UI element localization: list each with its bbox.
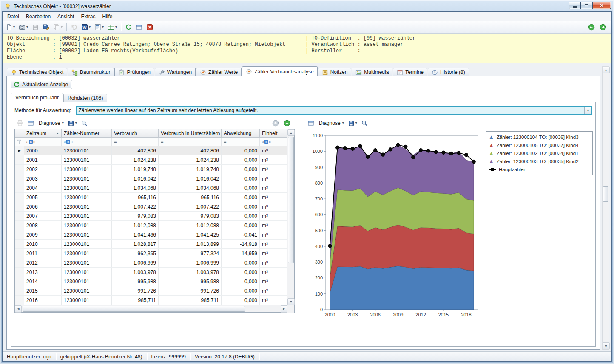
column-header-verbrauch[interactable]: Verbrauch xyxy=(112,129,159,137)
table-row[interactable]: 2015123000101991,726991,7260,000m³ xyxy=(15,286,287,296)
copy-button[interactable]: ▾ xyxy=(51,22,64,32)
grid-diagnose-button[interactable]: Diagnose▾ xyxy=(36,118,65,128)
menu-item-hilfe[interactable]: Hilfe xyxy=(99,12,116,21)
close-button[interactable]: × xyxy=(592,2,611,9)
tab-multimedia[interactable]: Multimedia xyxy=(352,68,392,76)
maximize-button[interactable] xyxy=(580,2,592,9)
grid-scroll-down-button[interactable] xyxy=(282,118,292,128)
cell-verbrauch: 1.012,088 xyxy=(112,221,159,230)
menu-item-datei[interactable]: Datei xyxy=(4,12,23,21)
undo-button[interactable] xyxy=(69,22,79,32)
minimize-button[interactable] xyxy=(569,2,580,9)
method-combobox[interactable]: Zählerwerte werden linear auf den Zeitra… xyxy=(76,106,592,115)
filter-cell-abweichung[interactable]: = xyxy=(222,138,260,146)
table-row[interactable]: 20061230001011.007,4221.007,4220,000m³ xyxy=(15,202,287,212)
grid-scroll-track[interactable] xyxy=(287,136,294,298)
print-button[interactable] xyxy=(15,118,25,128)
combo-dropdown-button[interactable]: ▼ xyxy=(584,107,591,114)
tab-zähler-werte[interactable]: Zähler Werte xyxy=(196,68,242,76)
new-document-button[interactable]: ▾ xyxy=(4,22,17,32)
table-row[interactable]: 20041230001011.034,0681.034,0680,000m³ xyxy=(15,183,287,193)
menu-item-bearbeiten[interactable]: Bearbeiten xyxy=(23,12,54,21)
nav-next-button[interactable] xyxy=(598,22,608,32)
grid-horizontal-scrollbar[interactable]: ◀ ▶ xyxy=(15,305,294,312)
page-scrollbar[interactable]: ▲ ▼ xyxy=(602,66,609,350)
filter-cell-zähler-nummer[interactable]: aBc xyxy=(62,138,112,146)
tab-notizen[interactable]: Notizen xyxy=(318,68,352,76)
scroll-up-arrow-icon[interactable]: ▲ xyxy=(287,129,295,136)
page-scroll-thumb[interactable] xyxy=(603,186,608,202)
title-bar[interactable]: Technisches Objekt - [00032] wasserzähle… xyxy=(2,1,612,11)
table-row[interactable]: 2011123000101962,365977,32414,959m³ xyxy=(15,249,287,258)
column-header-einheit[interactable]: Einheit xyxy=(260,129,287,137)
filter-cell-verbrauch[interactable]: = xyxy=(112,138,159,146)
tab-termine[interactable]: Termine xyxy=(393,68,427,76)
scroll-left-arrow-icon[interactable]: ◀ xyxy=(15,305,22,313)
grid-scroll-thumb[interactable] xyxy=(288,137,294,263)
table-row[interactable]: 20091230001011.041,4661.041,425-0,041m³ xyxy=(15,230,287,240)
cell-abweichung: 0,000 xyxy=(222,258,260,267)
snapshot-button[interactable]: ▾ xyxy=(17,22,30,32)
cell-verbrauch-in-unterzählern: 1.006,999 xyxy=(159,258,222,267)
column-header-verbrauch-in-unterzählern[interactable]: Verbrauch in Unterzählern xyxy=(159,129,222,137)
table-row[interactable]: ▶2000123000101402,806402,8060,000m³ xyxy=(15,146,287,155)
tab-wartungen[interactable]: Wartungen xyxy=(155,68,196,76)
subtab-verbrauch-pro-jahr[interactable]: Verbrauch pro Jahr xyxy=(11,93,63,102)
report-list-button[interactable]: ▾ xyxy=(93,22,105,32)
table-row[interactable]: 2014123000101995,988995,9880,000m³ xyxy=(15,277,287,286)
cell-verbrauch-in-unterzählern: 1.024,238 xyxy=(159,155,222,164)
save-button[interactable] xyxy=(30,22,40,32)
page-scroll-up-icon[interactable]: ▲ xyxy=(603,67,610,73)
menu-item-ansicht[interactable]: Ansicht xyxy=(54,12,77,21)
save-as-button[interactable] xyxy=(41,22,51,32)
page-scroll-track[interactable] xyxy=(603,73,609,342)
row-indicator xyxy=(15,212,24,220)
tab-zähler-verbrauchsanalyse[interactable]: Zähler Verbrauchsanalyse xyxy=(242,66,317,76)
cell-zeitraum: 2014 xyxy=(24,277,62,286)
scroll-down-arrow-icon[interactable]: ▼ xyxy=(287,298,295,305)
chart-detach-button[interactable] xyxy=(306,118,316,128)
grid-search-button[interactable] xyxy=(79,118,89,128)
table-row[interactable]: 20031230001011.016,0421.016,0420,000m³ xyxy=(15,174,287,183)
excel-export-button[interactable]: ▾ xyxy=(106,22,119,32)
grid-vertical-scrollbar[interactable]: ▲ ▼ xyxy=(287,129,294,305)
chart-search-button[interactable] xyxy=(359,118,370,128)
table-row[interactable]: 2007123000101979,083979,0830,000m³ xyxy=(15,212,287,221)
page-scroll-down-icon[interactable]: ▼ xyxy=(603,342,610,349)
detach-window-button[interactable] xyxy=(134,22,144,32)
filter-cell-zeitraum[interactable]: aBc xyxy=(24,138,62,146)
column-header-zähler-nummer[interactable]: Zähler-Nummer xyxy=(62,129,112,137)
tab-historie-8[interactable]: Historie (8) xyxy=(428,68,469,76)
table-row[interactable]: 20131230001011.003,9781.003,9780,000m³ xyxy=(15,268,287,277)
chart-diagnose-button[interactable]: Diagnose▾ xyxy=(316,118,346,128)
grid-scroll-up-button[interactable] xyxy=(270,118,281,128)
table-row[interactable]: 2005123000101965,116965,1160,000m³ xyxy=(15,193,287,202)
close-view-button[interactable] xyxy=(145,22,155,32)
table-row[interactable]: 20101230001011.028,8171.013,899-14,918m³ xyxy=(15,240,287,249)
nav-previous-button[interactable] xyxy=(586,22,597,32)
filter-cell-verbrauch-in-unterzählern[interactable]: = xyxy=(159,138,222,146)
table-row[interactable]: 20081230001011.012,0881.012,0880,000m³ xyxy=(15,221,287,230)
tab-prüfungen[interactable]: Prüfungen xyxy=(114,68,154,76)
table-row[interactable]: 20021230001011.019,7401.019,7400,000m³ xyxy=(15,165,287,174)
subtab-rohdaten-106[interactable]: Rohdaten (106) xyxy=(63,94,107,102)
tab-baumstruktur[interactable]: Baumstruktur xyxy=(68,68,114,76)
table-row[interactable]: 20121230001011.006,9991.006,9990,000m³ xyxy=(15,258,287,268)
refresh-display-button[interactable]: Aktualisiere Anzeige xyxy=(11,80,72,89)
grid-hscroll-track[interactable] xyxy=(22,305,281,312)
filter-cell-einheit[interactable]: aBc xyxy=(260,138,287,146)
tab-technisches-objekt[interactable]: Technisches Objekt xyxy=(7,68,67,76)
column-header-abweichung[interactable]: Abweichung xyxy=(222,129,260,137)
filter-funnel-icon[interactable] xyxy=(15,138,24,146)
table-row[interactable]: 2016123000101985,711985,7110,000m³ xyxy=(15,296,287,305)
column-header-zeitraum[interactable]: Zeitraum▲ xyxy=(24,129,62,137)
word-export-button[interactable]: W▾ xyxy=(80,22,92,32)
table-row[interactable]: 20011230001011.024,2381.024,2380,000m³ xyxy=(15,155,287,165)
refresh-button[interactable] xyxy=(123,22,134,32)
grid-detach-button[interactable] xyxy=(26,118,36,128)
chart-save-layout-button[interactable]: ▾ xyxy=(346,118,359,128)
grid-save-layout-button[interactable]: ▾ xyxy=(66,118,79,128)
menu-item-extras[interactable]: Extras xyxy=(77,12,99,21)
scroll-right-arrow-icon[interactable]: ▶ xyxy=(281,305,287,313)
grid-hscroll-thumb[interactable] xyxy=(23,306,245,312)
